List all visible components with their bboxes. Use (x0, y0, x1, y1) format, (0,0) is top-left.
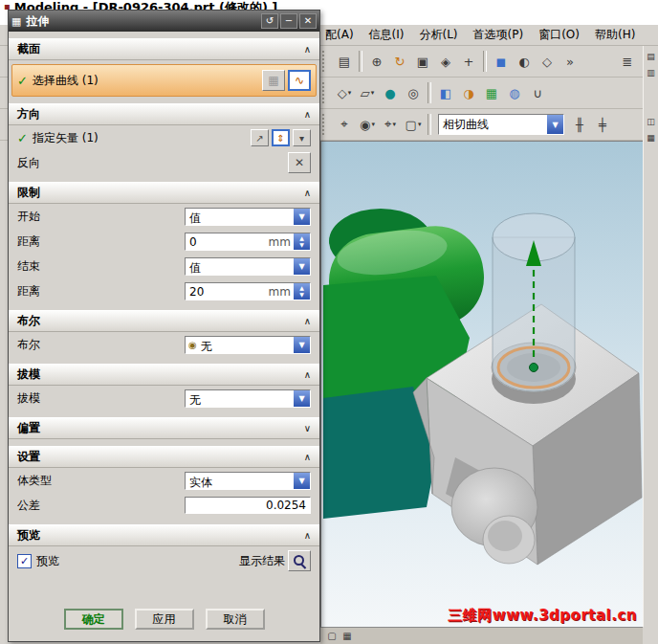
end-option-dropdown[interactable]: 值 (185, 257, 311, 276)
vector-dialog-icon[interactable]: ↗ (251, 129, 269, 146)
application-window: ▪ Modeling - [DR-0926-304.prt (修改的) ] 配(… (0, 0, 658, 644)
edges-hidden-icon[interactable]: ◇ (536, 50, 559, 73)
dropdown-arrow-icon[interactable] (294, 337, 310, 353)
paste-icon[interactable]: ▤ (333, 50, 356, 73)
reverse-direction-icon[interactable]: ✕ (288, 152, 311, 173)
group-boolean-header[interactable]: 布尔 ∧ (9, 310, 319, 332)
dropdown-arrow-icon[interactable] (294, 258, 310, 275)
dialog-minimize-button[interactable]: − (280, 13, 297, 29)
history-palette-icon[interactable]: ◫ (645, 115, 658, 128)
group-offset-header[interactable]: 偏置 ∨ (9, 417, 319, 439)
hole-tool-icon[interactable]: ◎ (402, 81, 425, 104)
follow-fillet-icon[interactable]: ╪ (591, 113, 614, 136)
combobox-arrow-icon[interactable] (547, 115, 563, 134)
group-draft-header[interactable]: 拔模 ∧ (9, 364, 319, 386)
pan-icon[interactable]: + (457, 50, 480, 73)
render-style-icon[interactable]: ◐ (513, 50, 536, 73)
model-3d-view[interactable] (321, 142, 643, 627)
revolve-tool-icon[interactable]: ◑ (457, 81, 480, 104)
point-dialog-icon[interactable]: ⌖ (379, 113, 402, 136)
dialog-titlebar[interactable]: ▦ 拉伸 ↺ − ✕ (9, 11, 319, 32)
menu-assemblies[interactable]: 配(A) (318, 25, 362, 45)
spinner-arrows-icon[interactable] (294, 233, 310, 250)
orient-view-icon[interactable]: ◈ (434, 50, 457, 73)
boss-tool-icon[interactable]: ◍ (503, 81, 526, 104)
assembly-navigator-icon[interactable]: ▤ (645, 50, 658, 63)
collapse-arrow-icon[interactable]: ∨ (304, 423, 311, 433)
end-distance-value[interactable]: 20 (186, 283, 269, 300)
menu-information[interactable]: 信息(I) (362, 25, 412, 45)
refresh-icon[interactable]: ↻ (388, 50, 411, 73)
draft-dropdown[interactable]: 无 (185, 389, 311, 408)
tolerance-input[interactable]: 0.0254 (185, 497, 311, 514)
vector-options-arrow-icon[interactable]: ▾ (293, 129, 311, 146)
shaded-view-icon[interactable]: ◼ (490, 50, 513, 73)
preview-checkbox[interactable]: ✓ (17, 554, 32, 568)
work-layer-icon[interactable]: ◉ (356, 113, 379, 136)
boolean-dropdown[interactable]: ◉ 无 (185, 336, 311, 354)
menu-help[interactable]: 帮助(H) (587, 25, 643, 45)
group-limits-header[interactable]: 限制 ∧ (9, 182, 319, 204)
datum-plane-icon[interactable]: ◇ (333, 81, 356, 104)
curve-options-icon[interactable]: ▦ (262, 70, 285, 91)
sphere-tool-icon[interactable]: ● (379, 81, 402, 104)
selection-rectangle-icon[interactable]: ▢ (402, 113, 425, 136)
body-type-dropdown[interactable]: 实体 (185, 472, 311, 490)
group-settings-header[interactable]: 设置 ∧ (9, 446, 319, 468)
dropdown-arrow-icon[interactable] (294, 390, 310, 407)
layer-settings-icon[interactable]: ≣ (616, 50, 639, 73)
menu-analysis[interactable]: 分析(L) (411, 25, 465, 45)
roles-palette-icon[interactable]: ▦ (645, 131, 658, 144)
apply-button[interactable]: 应用 (135, 609, 194, 630)
collapse-arrow-icon[interactable]: ∧ (304, 316, 311, 326)
menu-preferences[interactable]: 首选项(P) (466, 25, 532, 45)
dialog-options-icon[interactable]: ▦ (11, 15, 21, 28)
more-tools-icon[interactable]: » (559, 50, 581, 73)
ok-button[interactable]: 确定 (64, 609, 123, 630)
snap-point-icon[interactable]: ⌖ (333, 113, 356, 136)
specify-vector-label: 指定矢量 (1) (33, 130, 99, 146)
group-direction-header[interactable]: 方向 ∧ (9, 103, 319, 125)
collapse-arrow-icon[interactable]: ∧ (304, 44, 311, 55)
part-navigator-icon[interactable]: ▥ (645, 66, 658, 79)
cancel-button[interactable]: 取消 (206, 609, 265, 630)
extrude-tool-icon[interactable]: ◧ (434, 81, 457, 104)
collapse-arrow-icon[interactable]: ∧ (304, 369, 311, 380)
dialog-close-button[interactable]: ✕ (299, 13, 317, 29)
collapse-arrow-icon[interactable]: ∧ (304, 109, 311, 120)
vector-constructor-icon[interactable]: ⇕ (272, 129, 290, 146)
stop-at-intersection-icon[interactable]: ╫ (568, 113, 591, 136)
group-offset-label: 偏置 (17, 420, 40, 436)
end-distance-input[interactable]: 20 mm (185, 282, 311, 300)
start-option-dropdown[interactable]: 值 (185, 208, 311, 226)
selection-filter-icon[interactable]: ▢ (324, 630, 340, 643)
collapse-arrow-icon[interactable]: ∧ (304, 188, 311, 198)
toolbar-handle[interactable] (322, 82, 329, 103)
tolerance-value[interactable]: 0.0254 (266, 499, 306, 512)
menu-window[interactable]: 窗口(O) (531, 25, 587, 45)
sketch-icon[interactable]: ▱ (356, 81, 379, 104)
curve-rule-combobox[interactable]: 相切曲线 (438, 114, 564, 135)
select-curve-row[interactable]: ✓ 选择曲线 (1) ▦ ∿ (11, 64, 317, 97)
fit-view-icon[interactable]: ▣ (411, 50, 434, 73)
toolbar-handle[interactable] (322, 51, 329, 72)
collapse-arrow-icon[interactable]: ∧ (304, 530, 311, 541)
start-distance-value[interactable]: 0 (186, 233, 269, 250)
spinner-arrows-icon[interactable] (294, 283, 310, 300)
curve-collector-icon[interactable]: ∿ (288, 70, 311, 91)
start-distance-input[interactable]: 0 mm (185, 233, 311, 251)
specify-vector-row[interactable]: ✓ 指定矢量 (1) ↗ ⇕ ▾ (9, 125, 319, 150)
work-grid-icon[interactable]: ▦ (340, 630, 355, 643)
shell-tool-icon[interactable]: ∪ (526, 81, 549, 104)
toolbar-handle[interactable] (322, 114, 329, 135)
collapse-arrow-icon[interactable]: ∧ (304, 452, 311, 462)
zoom-icon[interactable]: ⊕ (365, 50, 388, 73)
dialog-reset-button[interactable]: ↺ (261, 13, 278, 29)
show-result-button[interactable] (288, 550, 311, 571)
group-section-header[interactable]: 截面 ∧ (9, 38, 319, 60)
dropdown-arrow-icon[interactable] (294, 473, 310, 489)
graphics-window[interactable]: 三维网www.3dportal.cn (320, 141, 643, 627)
group-preview-header[interactable]: 预览 ∧ (9, 524, 319, 546)
dropdown-arrow-icon[interactable] (294, 209, 310, 225)
block-tool-icon[interactable]: ▦ (480, 81, 503, 104)
